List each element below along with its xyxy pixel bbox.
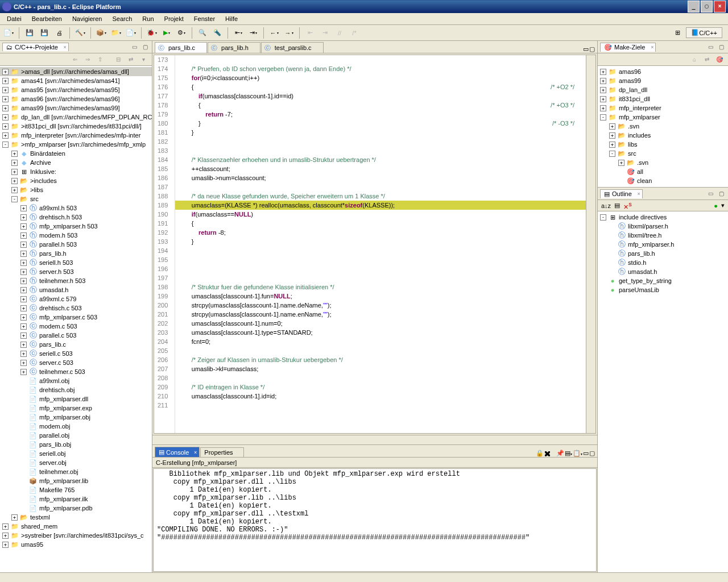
code-line[interactable]: if(umasclass==NULL) [175,210,586,219]
menu-datei[interactable]: Datei [2,14,26,23]
expand-icon[interactable]: + [2,87,9,93]
maximize-button[interactable]: ▢ [701,1,713,13]
print-button[interactable]: 🖨 [53,27,65,39]
tree-node[interactable]: +◆Archive [0,158,152,167]
tree-node[interactable]: +📁amas41 [svn://archimedes/amas41] [0,76,152,85]
shift-right-button[interactable]: ⇥ [318,27,331,39]
next-annotation-button[interactable]: ⇥▾ [247,27,259,39]
expand-icon[interactable]: + [20,369,27,375]
code-line[interactable]: strcpy(umasclass[classcount-1].name.deNa… [175,301,586,310]
shift-left-button[interactable]: ⇤ [304,27,316,39]
make-view-tab[interactable]: 🎯 Make-Ziele × [600,43,656,52]
outline-menu-icon[interactable]: ▾ [721,202,725,209]
tree-node[interactable]: +📁amas96 [svn://archimedes/amas96] [0,94,152,103]
tree-node[interactable]: +📁amas99 [svn://archimedes/amas99] [0,103,152,113]
code-line[interactable]: { [175,219,586,228]
tree-node[interactable]: +📁amas95 [svn://archimedes/amas95] [0,85,152,94]
code-editor[interactable]: 1731741751761771781791801811821831841851… [154,55,596,434]
tree-node[interactable]: +ⓒpars_lib.c [0,340,152,349]
tree-node[interactable]: +ⓗpars_lib.h [0,249,152,258]
new-button[interactable]: 📄▾ [2,27,15,39]
outline-close-icon[interactable]: × [638,191,640,197]
expand-icon[interactable]: + [2,114,9,120]
tree-node[interactable]: 📄mfp_xmlparser.obj [0,413,152,422]
open-type-button[interactable]: 🔍 [196,27,209,39]
expand-icon[interactable]: + [600,87,606,93]
run-button[interactable]: ▶▾ [160,27,173,39]
tree-node[interactable]: +📂libs [598,140,728,149]
code-line[interactable]: {/* +O3 */ [175,101,586,110]
tree-node[interactable]: +ⓗumasdat.h [0,285,152,294]
tree-node[interactable]: +ⓒserver.c 503 [0,358,152,367]
expand-icon[interactable]: + [20,314,27,321]
debug-button[interactable]: 🐞▾ [146,27,158,39]
back-button[interactable]: ←▾ [268,27,280,39]
tree-node[interactable]: ⓗumasdat.h [598,267,728,276]
tree-node[interactable]: 📄a99xml.obj [0,376,152,385]
outline-dot-icon[interactable]: ● [714,202,718,209]
expand-icon[interactable]: + [20,260,27,266]
menu-bearbeiten[interactable]: Bearbeiten [27,14,67,23]
expand-icon[interactable]: + [20,223,27,230]
tree-node[interactable]: +ⓒa99xml.c 579 [0,294,152,304]
code-line[interactable]: }/* -O3 */ [175,119,586,128]
code-line[interactable]: /* ID eintragen in Klasse */ [175,383,586,392]
tree-node[interactable]: +📁dp_lan_dll [598,85,728,94]
tree-node[interactable]: ●get_type_by_string [598,276,728,285]
outline-maximize-icon[interactable]: ▢ [717,189,726,198]
hide-fields-icon[interactable]: ▤ [614,202,620,209]
expand-icon[interactable]: + [20,351,27,357]
tree-node[interactable]: ⓗpars_lib.h [598,249,728,258]
expand-icon[interactable]: + [20,214,27,221]
close-button[interactable]: × [714,1,726,13]
sort-alpha-icon[interactable]: a↓z [601,202,611,209]
save-button[interactable]: 💾 [23,27,36,39]
code-line[interactable] [175,273,586,282]
editor-tab-pars_lib-c[interactable]: ⓒpars_lib.c [155,42,207,53]
tree-node[interactable]: 📄modem.obj [0,422,152,431]
expand-icon[interactable]: + [2,123,9,130]
new-file-button[interactable]: 📄▾ [125,27,137,39]
code-line[interactable]: /* Zeiger auf Klassen in umaslib-Strukur… [175,355,586,364]
tree-node[interactable]: ⓗlibxml/parser.h [598,222,728,231]
code-line[interactable] [175,373,586,383]
tree-node[interactable]: 🎯clean [598,176,728,185]
tree-node[interactable]: +📂.svn [598,158,728,167]
tree-node[interactable]: +ⓗmodem.h 503 [0,231,152,240]
tree-node[interactable]: +📁>systreiber [svn://archimedes/it831pci… [0,531,152,540]
code-line[interactable] [175,255,586,264]
expand-icon[interactable]: + [11,187,18,193]
tree-node[interactable]: +◆Binärdateien [0,149,152,158]
tree-node[interactable]: +📁>it831pci_dll [svn://archimedes/it831p… [0,122,152,131]
make-minimize-icon[interactable]: ▭ [706,43,715,52]
save-all-button[interactable]: 💾 [38,27,51,39]
expand-icon[interactable]: + [2,69,9,75]
tree-node[interactable]: +ⓒseriell.c 503 [0,349,152,358]
code-line[interactable]: {/* +O2 */ [175,82,586,92]
tree-node[interactable]: 📄Makefile 765 [0,485,152,494]
tree-node[interactable]: +ⓒdrehtisch.c 503 [0,304,152,313]
code-line[interactable]: /* Klassenzaehler erhoehen und in umasli… [175,155,586,164]
tree-node[interactable]: 📦mfp_xmlparser.lib [0,476,152,485]
tree-node[interactable]: +📂>libs [0,185,152,194]
expand-icon[interactable]: + [600,78,606,84]
tree-node[interactable]: ⓗmfp_xmlparser.h [598,240,728,249]
nav-fwd-icon[interactable]: ⇒ [82,55,93,65]
tree-node[interactable]: +📂.svn [598,122,728,131]
tree-node[interactable]: +ⓗparallel.h 503 [0,240,152,249]
expand-icon[interactable]: + [2,105,9,111]
hide-static-icon[interactable]: ✕s [623,201,632,211]
tree-node[interactable]: +📁amas96 [598,67,728,76]
expand-icon[interactable]: + [20,296,27,302]
expand-icon[interactable]: + [609,142,615,148]
tab-properties[interactable]: Properties [200,447,243,457]
code-line[interactable]: if(umasclass[classcount-1].id==id) [175,92,586,101]
expand-icon[interactable]: + [600,105,606,111]
code-line[interactable]: fcnt=0; [175,337,586,346]
new-folder-button[interactable]: 📁▾ [110,27,122,39]
code-line[interactable] [175,137,586,146]
nav-back-icon[interactable]: ⇐ [70,55,80,65]
projects-minimize-icon[interactable]: ▭ [130,43,139,52]
tree-node[interactable]: 📄mfp_xmlparser.ilk [0,494,152,504]
code-line[interactable]: umaslib->num=classcount; [175,173,586,182]
